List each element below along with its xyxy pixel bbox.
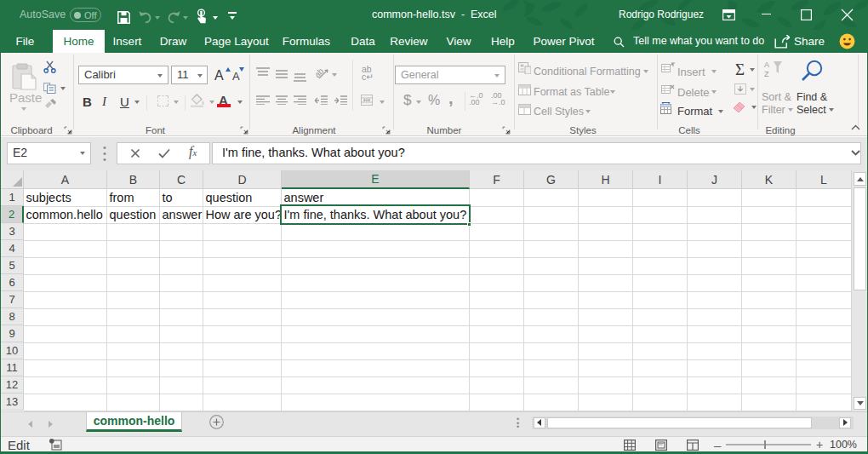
svg-text:A: A <box>764 60 769 69</box>
svg-text:Z: Z <box>764 70 769 78</box>
